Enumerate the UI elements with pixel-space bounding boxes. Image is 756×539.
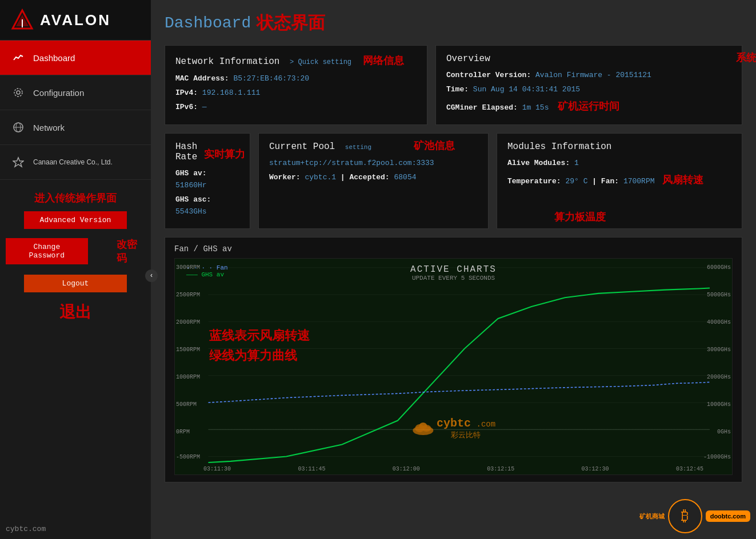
sidebar-item-network[interactable]: Network xyxy=(0,110,151,145)
hashrate-cn-label: 实时算力 xyxy=(204,147,245,161)
alive-value: 1 xyxy=(574,159,579,167)
pool-card: Current Pool 矿池信息 setting stratum+tcp://… xyxy=(258,133,489,228)
cgminer-field: CGMiner Elapsed: 1m 15s 矿机运行时间 xyxy=(446,98,731,115)
y-label-0ghs: 0GHs xyxy=(717,429,731,435)
alive-field: Alive Modules: 1 xyxy=(507,158,731,170)
chart-section: Fan / GHS av · · · · Fan ——— GHS av ACTI… xyxy=(165,237,742,482)
ghs-asc-value: 5543GHs xyxy=(175,207,207,216)
ghs-av-value: 51860Hr xyxy=(175,181,207,190)
quick-setting-link[interactable]: > Quick setting xyxy=(290,58,351,66)
enter-advanced-chinese-label: 进入传统操作界面 xyxy=(0,180,151,208)
chart-active-label: ACTIVE CHARTS UPDATE EVERY 5 SECONDS xyxy=(410,264,497,281)
logout-chinese-label: 退出 xyxy=(0,297,151,328)
controller-label: Controller Version: xyxy=(446,71,531,79)
hash-rate-title: Hash Rate 实时算力 xyxy=(175,142,239,162)
sidebar-collapse-arrow[interactable]: ‹ xyxy=(145,270,158,282)
watermark-cn: 彩云比特 xyxy=(437,430,495,440)
y-label-neg1000ghs: -1000GHs xyxy=(703,454,731,460)
y-label-3000rpm: 3000RPM xyxy=(176,264,200,271)
ghs-asc-label: GHS asc: xyxy=(175,195,211,204)
accepted-label: | Accepted: xyxy=(341,173,390,182)
fan-label: | Fan: xyxy=(592,177,619,186)
pool-cn-label: 矿池信息 xyxy=(414,139,455,152)
star-icon xyxy=(11,155,25,169)
sidebar: AVALON Dashboard Configuration Network xyxy=(0,0,151,539)
system-version-cn-label: 系统版本 xyxy=(736,51,756,65)
mining-market-icon-area: 矿机商城 ₿ doobtc.com xyxy=(639,499,750,533)
cards-row-1: Network Information > Quick setting 网络信息… xyxy=(165,45,742,125)
worker-label: Worker: xyxy=(269,173,301,182)
ipv4-label: IPv4: xyxy=(175,89,198,97)
y-label-1000rpm: 1000RPM xyxy=(176,374,200,380)
gear-icon xyxy=(11,86,25,99)
alive-label: Alive Modules: xyxy=(507,159,570,167)
sidebar-item-canaan[interactable]: Canaan Creative Co., Ltd. xyxy=(0,145,151,180)
sidebar-label-configuration: Configuration xyxy=(33,88,84,98)
fan-value: 1700RPM xyxy=(623,177,655,186)
pool-setting-link[interactable]: setting xyxy=(345,144,371,151)
temp-value: 29° C xyxy=(565,177,587,186)
temp-label: Temperature: xyxy=(507,177,561,186)
logout-button[interactable]: Logout xyxy=(24,275,127,292)
temp-fan-field: Temperature: 29° C | Fan: 1700RPM 风扇转速 xyxy=(507,172,731,188)
network-card-title: Network Information > Quick setting 网络信息 xyxy=(175,54,417,67)
fan-speed-cn-label: 风扇转速 xyxy=(662,174,703,186)
accepted-value: 68054 xyxy=(394,173,416,182)
y-label-neg500rpm: -500RPM xyxy=(176,454,200,460)
svg-marker-8 xyxy=(13,158,23,167)
network-cn-label: 网络信息 xyxy=(363,55,404,66)
sidebar-label-canaan: Canaan Creative Co., Ltd. xyxy=(33,158,113,166)
chart-cn-fan-label: 蓝线表示风扇转速 xyxy=(209,327,310,344)
x-label-5: 03:12:45 xyxy=(676,466,703,472)
ipv6-field: IPv6: — xyxy=(175,102,417,114)
temp-cn-label: 算力板温度 xyxy=(554,211,606,223)
sidebar-footer: cybtc.com xyxy=(6,525,46,533)
change-password-row: Change Password 改密码 xyxy=(6,235,145,268)
globe-icon xyxy=(11,120,25,134)
y-label-2000ghs: 2000GHs xyxy=(707,374,731,380)
modules-title: Modules Information xyxy=(507,142,731,152)
bitcoin-icon[interactable]: ₿ xyxy=(668,499,702,533)
chart-icon xyxy=(11,51,25,65)
x-label-4: 03:12:30 xyxy=(582,466,609,472)
page-title-en: Dashboard xyxy=(165,14,251,32)
ghs-asc-field: GHS asc: 5543GHs xyxy=(175,194,239,218)
y-label-500rpm: 500RPM xyxy=(176,401,197,408)
sidebar-label-network: Network xyxy=(33,123,65,132)
x-axis-labels: 03:11:30 03:11:45 03:12:00 03:12:15 03:1… xyxy=(203,466,703,472)
stratum-field: stratum+tcp://stratum.f2pool.com:3333 xyxy=(269,158,478,170)
chart-update-label: UPDATE EVERY 5 SECONDS xyxy=(410,275,497,281)
x-label-2: 03:12:00 xyxy=(393,466,420,472)
y-label-5000ghs: 5000GHs xyxy=(707,292,731,298)
main-content: Dashboard 状态界面 Network Information > Qui… xyxy=(151,0,756,539)
chart-cn-ghs-label: 绿线为算力曲线 xyxy=(209,347,297,364)
change-password-chinese-label: 改密码 xyxy=(88,236,145,266)
y-label-1000ghs: 1000GHs xyxy=(707,401,731,408)
svg-point-3 xyxy=(17,91,20,94)
overview-card: Overview 系统版本 Controller Version: Avalon… xyxy=(435,45,742,125)
y-label-1500rpm: 1500RPM xyxy=(176,347,200,353)
ghs-av-field: GHS av: 51860Hr xyxy=(175,168,239,192)
sidebar-item-dashboard[interactable]: Dashboard xyxy=(0,41,151,75)
time-value: Sun Aug 14 04:31:41 2015 xyxy=(473,85,580,94)
runtime-cn-label: 矿机运行时间 xyxy=(558,100,619,112)
time-field: Time: Sun Aug 14 04:31:41 2015 xyxy=(446,84,731,96)
svg-point-4 xyxy=(14,89,22,96)
mac-field: MAC Address: B5:27:EB:46:73:20 xyxy=(175,73,417,85)
cloud-icon xyxy=(411,420,434,436)
doobtc-label[interactable]: doobtc.com xyxy=(706,510,750,522)
ipv4-field: IPv4: 192.168.1.111 xyxy=(175,87,417,99)
change-password-button[interactable]: Change Password xyxy=(6,238,88,264)
svg-point-21 xyxy=(419,423,427,429)
chart-svg xyxy=(175,259,732,474)
sidebar-item-configuration[interactable]: Configuration xyxy=(0,75,151,110)
y-label-3000ghs: 3000GHs xyxy=(707,347,731,353)
advanced-version-button[interactable]: Advanced Version xyxy=(24,211,127,229)
x-label-0: 03:11:30 xyxy=(203,466,231,472)
watermark-logo: cybtc .com 彩云比特 xyxy=(411,417,495,440)
page-title-cn: 状态界面 xyxy=(257,11,325,35)
chart-active-title: ACTIVE CHARTS xyxy=(410,264,497,275)
mac-label: MAC Address: xyxy=(175,74,229,83)
x-label-1: 03:11:45 xyxy=(298,466,325,472)
chart-container: · · · · Fan ——— GHS av ACTIVE CHARTS UPD… xyxy=(174,258,733,475)
